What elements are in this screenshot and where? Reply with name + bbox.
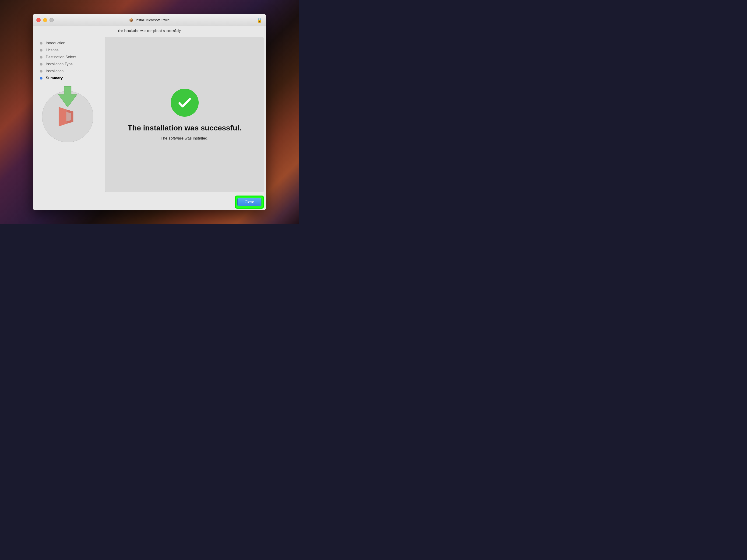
success-subtitle: The software was installed. — [161, 136, 208, 141]
nav-items-list: Introduction License Destination Select … — [40, 40, 103, 82]
titlebar: 📦 Install Microsoft Office 🔒 — [33, 14, 266, 26]
success-checkmark-circle — [171, 89, 199, 117]
window-body: The installation was completed successfu… — [33, 26, 266, 210]
sidebar-item-summary: Summary — [40, 75, 103, 82]
window-title: 📦 Install Microsoft Office — [129, 18, 170, 22]
nav-dot-installation-type — [40, 63, 43, 65]
sidebar-item-installation: Installation — [40, 68, 103, 75]
sidebar-label-installation: Installation — [46, 69, 64, 73]
nav-dot-installation — [40, 70, 43, 73]
svg-marker-1 — [59, 107, 67, 127]
top-message-text: The installation was completed successfu… — [118, 29, 181, 33]
sidebar-label-summary: Summary — [46, 76, 63, 80]
checkmark-svg — [175, 93, 194, 112]
titlebar-package-icon: 📦 — [129, 18, 133, 22]
sidebar-label-destination-select: Destination Select — [46, 55, 76, 59]
sidebar-item-installation-type: Installation Type — [40, 61, 103, 68]
close-button[interactable]: Close — [237, 198, 261, 206]
traffic-lights — [36, 18, 54, 22]
sidebar-item-license: License — [40, 47, 103, 54]
nav-dot-destination-select — [40, 56, 43, 59]
download-arrow-icon — [58, 86, 77, 108]
sidebar-label-license: License — [46, 48, 59, 52]
sidebar-label-installation-type: Installation Type — [46, 62, 73, 66]
svg-marker-0 — [58, 86, 77, 107]
lock-icon: 🔒 — [257, 17, 262, 23]
titlebar-text: Install Microsoft Office — [135, 18, 170, 22]
close-button-highlight: Close — [235, 195, 264, 209]
nav-dot-license — [40, 49, 43, 52]
installer-window: 📦 Install Microsoft Office 🔒 The install… — [33, 14, 266, 210]
installer-logo — [40, 89, 96, 145]
success-panel: The installation was successful. The sof… — [105, 37, 264, 192]
bottom-bar: Go Back Close — [33, 194, 266, 210]
sidebar-item-destination-select: Destination Select — [40, 54, 103, 61]
close-window-button[interactable] — [36, 18, 41, 22]
sidebar: Introduction License Destination Select … — [33, 35, 103, 194]
top-message: The installation was completed successfu… — [33, 26, 266, 35]
svg-marker-3 — [67, 112, 71, 121]
nav-dot-introduction — [40, 42, 43, 45]
main-content: Introduction License Destination Select … — [33, 35, 266, 194]
minimize-window-button[interactable] — [43, 18, 47, 22]
success-title: The installation was successful. — [128, 124, 241, 132]
sidebar-item-introduction: Introduction — [40, 40, 103, 47]
sidebar-label-introduction: Introduction — [46, 41, 66, 45]
maximize-window-button[interactable] — [50, 18, 54, 22]
nav-dot-summary — [40, 77, 43, 80]
